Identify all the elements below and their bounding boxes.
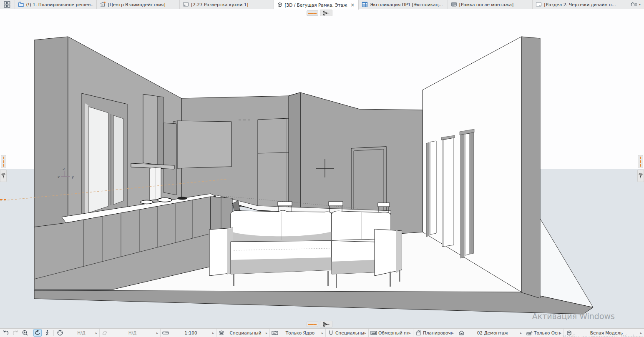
flyout-arrow-icon: ▸ (409, 331, 412, 335)
tab-planning-solution[interactable]: (!) 1. Планировочное решен... (15, 0, 97, 9)
partial-structure-icon (272, 330, 278, 335)
orientation-flyout[interactable]: Н/Д ▸ (99, 329, 160, 337)
tab-label: [Раздел 2. Чертежи дизайн п... (544, 2, 616, 7)
scale-flyout[interactable]: 1:100 ▸ (160, 329, 216, 337)
flyout-arrow-icon: ▸ (266, 331, 268, 335)
marquee-scissors-button-right[interactable] (637, 170, 644, 182)
scale-value: 1:100 (169, 330, 212, 335)
scissors-icon (322, 322, 330, 327)
grid-icon (4, 1, 10, 8)
layer-combination-flyout[interactable]: Только Основ... ▸ (524, 329, 564, 337)
zoom-value-flyout[interactable]: Н/Д ▸ (66, 329, 99, 337)
model-view-flyout[interactable]: Обмерный пл... ▸ (368, 329, 413, 337)
marquee-dash-button-left[interactable] (1, 155, 6, 168)
tab-schedule[interactable]: Экспликация ПР1 [Экспликац... (359, 0, 448, 9)
tall-cabinet (258, 118, 289, 210)
renovation-state-flyout[interactable]: 02 Демонтаж ▸ (456, 329, 524, 337)
tab-section2-drawings[interactable]: [Раздел 2. Чертежи дизайн п... (533, 0, 627, 9)
folder-icon (18, 1, 24, 7)
tab-kitchen-elevation[interactable]: [2.27 Развертка кухни 1] (180, 0, 274, 9)
marquee-dash-button-right[interactable] (638, 155, 643, 168)
tab-close-button[interactable]: × (350, 2, 355, 7)
layers-value: Специальный (225, 330, 266, 335)
flyout-arrow-icon: ▸ (365, 331, 367, 335)
flyout-arrow-icon: ▸ (96, 331, 98, 335)
scissors-icon (322, 10, 330, 16)
orientation-value: Н/Д (108, 330, 156, 335)
walk-button[interactable] (43, 329, 51, 337)
layers-flyout[interactable]: Специальный ▸ (216, 329, 269, 337)
3d-scene: z x y (0, 9, 644, 328)
scissors-icon (1, 173, 6, 179)
layout-filled-icon (451, 1, 457, 7)
pen-icon (328, 330, 334, 336)
flyout-arrow-icon: ▸ (156, 331, 159, 335)
notification-dot (104, 2, 106, 3)
3d-view-icon (277, 2, 283, 8)
orbit-button[interactable] (33, 329, 42, 337)
partial-structure-value: Только Ядро (279, 330, 322, 335)
3d-viewport[interactable]: z x y Активация Windows (0, 9, 644, 328)
chevron-down-icon: ▾ (639, 2, 641, 6)
schedule-icon (362, 1, 368, 7)
marquee-dash-button-bottom[interactable] (307, 322, 318, 327)
orbit-icon (34, 330, 41, 336)
model-style-value: Белая Модель (573, 330, 640, 335)
tab-interaction-center[interactable]: [Центр Взаимодействия] (97, 0, 180, 9)
renovation-state-value: 02 Демонтаж (465, 330, 520, 335)
view-picker-button[interactable]: ▾ (627, 0, 644, 9)
flyout-arrow-icon: ▸ (452, 331, 455, 335)
renovation-filter-icon (415, 330, 422, 336)
fit-view-icon (57, 330, 63, 336)
elevation-icon (183, 1, 189, 7)
walk-icon (44, 330, 50, 336)
model-view-icon (370, 330, 377, 335)
partial-structure-flyout[interactable]: Только Ядро ▸ (269, 329, 325, 337)
zoom-value: Н/Д (67, 330, 96, 335)
zoom-in-button[interactable] (21, 329, 29, 337)
tab-label: [Центр Взаимодействия] (108, 2, 166, 7)
marquee-scissors-button-top[interactable] (320, 10, 332, 16)
flyout-arrow-icon: ▸ (560, 331, 562, 335)
tab-label: [2.27 Развертка кухни 1] (191, 2, 248, 7)
project-house-icon (630, 1, 638, 7)
status-bar: Н/Д ▸ Н/Д ▸ 1:100 ▸ Специальный ▸ Только… (0, 328, 644, 337)
pen-set-flyout[interactable]: Специальный ▸ (325, 329, 368, 337)
flyout-arrow-icon: ▸ (520, 331, 523, 335)
flyout-arrow-icon: ▸ (640, 331, 643, 335)
pen-set-value: Специальный (335, 330, 365, 335)
interaction-center-icon (100, 1, 106, 7)
model-style-flyout[interactable]: Белая Модель ▸ (564, 329, 644, 337)
tab-label: [Рамка после монтажа] (459, 2, 513, 7)
tab-label: [3D / Бегущая Рамка, Этаж 1] (284, 2, 347, 7)
model-3d-box-icon (566, 330, 572, 336)
model-view-value: Обмерный пл... (377, 330, 409, 335)
house-icon (458, 330, 465, 336)
tab-label: Экспликация ПР1 [Экспликац... (370, 2, 443, 7)
tab-overview-button[interactable] (0, 0, 15, 9)
forward-button[interactable] (11, 329, 20, 337)
tab-layout-after-montage[interactable]: [Рамка после монтажа] (448, 0, 533, 9)
layout-outline-icon (536, 1, 542, 7)
window (82, 93, 127, 220)
back-button[interactable] (2, 329, 10, 337)
tab-bar: (!) 1. Планировочное решен... [Центр Вза… (0, 0, 644, 9)
orientation-icon (102, 330, 108, 336)
layer-combination-value: Только Основ... (533, 330, 560, 335)
renovation-filter-value: Планировочн... (422, 330, 452, 335)
flyout-arrow-icon: ▸ (212, 331, 215, 335)
quick-nav-group (0, 329, 66, 337)
zoom-in-icon (22, 330, 28, 336)
marquee-dash-button-top[interactable] (307, 10, 318, 16)
scale-ruler-icon (162, 330, 169, 335)
tab-3d-marquee[interactable]: [3D / Бегущая Рамка, Этаж 1] × (274, 0, 359, 10)
tab-label: (!) 1. Планировочное решен... (26, 2, 93, 7)
layer-combination-icon (526, 330, 533, 336)
flyout-arrow-icon: ▸ (322, 331, 324, 335)
marquee-scissors-button-bottom[interactable] (320, 321, 332, 327)
layers-icon (218, 330, 225, 336)
renovation-filter-flyout[interactable]: Планировочн... ▸ (413, 329, 456, 337)
marquee-scissors-button-left[interactable] (0, 170, 7, 182)
fit-in-window-button[interactable] (56, 329, 64, 337)
scissors-icon (638, 173, 643, 179)
